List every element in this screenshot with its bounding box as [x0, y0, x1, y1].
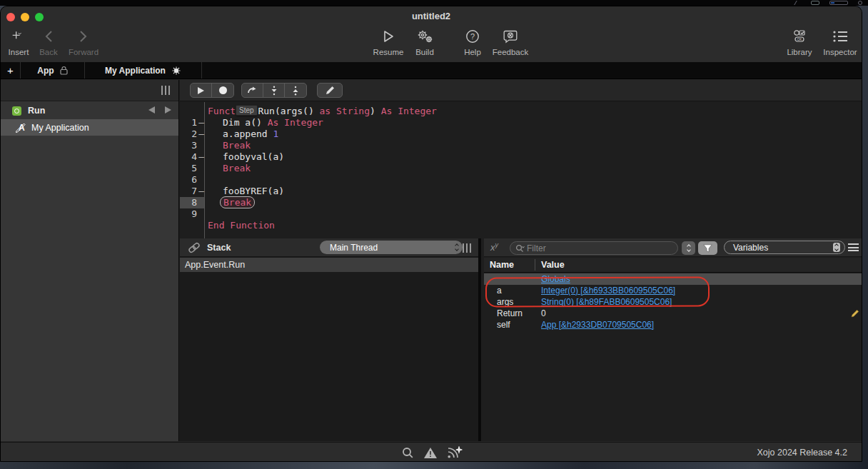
variable-row[interactable]: Return0	[484, 308, 862, 319]
line-number-gutter[interactable]: 4—	[180, 151, 204, 163]
variable-row[interactable]: argsString(0) [&h89FABB0609505C06]	[484, 296, 862, 308]
search-errors-icon[interactable]	[402, 447, 414, 459]
code-line[interactable]: 3Break	[180, 140, 862, 151]
variable-value-link[interactable]: String(0) [&h89FABB0609505C06]	[541, 296, 672, 308]
bug-icon	[171, 66, 181, 76]
feedback-bubble-icon	[489, 26, 532, 46]
expression-icon: xy	[490, 241, 498, 253]
code-token: foobyval(a)	[223, 151, 284, 162]
code-token: Dim a()	[223, 117, 268, 128]
thread-select[interactable]: Main Thread	[320, 241, 463, 254]
code-token: as String	[320, 106, 370, 116]
code-token: )	[370, 106, 381, 116]
variable-value-link[interactable]: App [&h2933DB0709505C06]	[541, 319, 654, 331]
edit-code-button[interactable]	[318, 84, 342, 97]
variable-row[interactable]: Globals	[484, 273, 862, 285]
tab-my-application[interactable]: My Application	[85, 62, 202, 79]
step-into-button[interactable]	[263, 84, 285, 97]
line-number-gutter[interactable]: 3	[180, 140, 204, 151]
debug-play-button[interactable]	[191, 84, 212, 97]
code-line[interactable]: 8Break	[180, 197, 862, 208]
code-editor[interactable]: Step Function Run(args() as String) As I…	[180, 102, 862, 238]
step-tooltip: Step	[236, 105, 258, 116]
menubar-status-icons	[795, 0, 862, 6]
back-chevron-icon	[35, 26, 62, 46]
variable-value-link[interactable]: Integer(0) [&h6933BB0609505C06]	[541, 285, 675, 296]
code-line[interactable]: 1—Dim a() As Integer	[180, 117, 862, 128]
status-bar: Xojo 2024 Release 4.2	[1, 442, 862, 462]
run-control-group	[190, 83, 234, 98]
filter-input[interactable]	[527, 243, 648, 253]
forward-button[interactable]: Forward	[65, 26, 102, 61]
lock-icon	[60, 66, 68, 75]
variables-menu-button[interactable]	[848, 243, 859, 251]
nav-previous-button[interactable]	[148, 106, 155, 114]
variable-name: Return	[497, 308, 523, 319]
inspector-list-icon	[819, 26, 861, 46]
code-line[interactable]: 4—foobyval(a)	[180, 151, 862, 163]
resume-button[interactable]: Resume	[371, 26, 405, 61]
run-status-icon	[12, 106, 21, 116]
variable-value: 0	[541, 308, 546, 319]
code-line[interactable]: End Function	[180, 220, 862, 231]
filter-field[interactable]	[510, 241, 678, 255]
panel-resize-handle[interactable]	[463, 243, 471, 253]
code-line[interactable]: 5Break	[180, 163, 862, 174]
line-number-gutter[interactable]: 1—	[180, 117, 204, 128]
tab-app[interactable]: App	[21, 62, 85, 79]
line-number-gutter[interactable]: 9	[180, 208, 204, 220]
filter-stepper[interactable]	[682, 241, 695, 255]
debug-stop-button[interactable]	[212, 84, 233, 97]
scope-select[interactable]: Variables	[724, 241, 845, 254]
navigator-run-header[interactable]: Run	[1, 102, 178, 119]
menubar-icon	[811, 1, 819, 5]
build-button[interactable]: Build	[409, 26, 440, 61]
feedback-feed-icon[interactable]	[447, 446, 463, 459]
help-button[interactable]: ? Help	[460, 26, 485, 61]
feedback-button[interactable]: Feedback	[489, 26, 532, 61]
warnings-icon[interactable]	[423, 447, 438, 459]
library-button[interactable]: OK Library	[782, 26, 817, 61]
line-number-gutter[interactable]: 2—	[180, 128, 204, 140]
nav-next-button[interactable]	[165, 106, 171, 114]
code-token: Break	[223, 163, 251, 173]
breakpoint-dash: —	[198, 151, 204, 163]
variable-name: args	[497, 296, 513, 308]
variable-value-link[interactable]: Globals	[541, 273, 570, 285]
variable-row[interactable]: selfApp [&h2933DB0709505C06]	[484, 319, 862, 331]
line-number-gutter[interactable]: 5	[180, 163, 204, 174]
navigator-sidebar: Run A My Application	[1, 80, 179, 441]
breakpoint-dash: —	[198, 186, 204, 197]
stack-header: Stack Main Thread	[180, 238, 478, 257]
code-token: 1	[273, 128, 278, 139]
menubar-icon	[794, 1, 802, 5]
code-line[interactable]: 6	[180, 174, 862, 186]
variable-row[interactable]: aInteger(0) [&h6933BB0609505C06]	[484, 285, 862, 296]
code-line[interactable]: 7—fooBYREF(a)	[180, 186, 862, 197]
line-number-gutter[interactable]: 6	[180, 174, 204, 186]
sidebar-item-my-application[interactable]: A My Application	[1, 119, 178, 136]
step-over-button[interactable]	[242, 84, 263, 97]
code-line[interactable]: Function Run(args() as String) As Intege…	[180, 106, 862, 117]
editor-pane: Step Function Run(args() as String) As I…	[180, 80, 862, 441]
step-out-button[interactable]	[285, 84, 306, 97]
panel-resize-handle[interactable]	[161, 86, 170, 95]
back-button[interactable]: Back	[35, 26, 62, 61]
code-line[interactable]: 9	[180, 208, 862, 220]
insert-button[interactable]: Insert	[4, 26, 34, 61]
breakpoint-dash: —	[198, 117, 204, 128]
debugger-toolbar	[180, 80, 862, 101]
line-number-gutter[interactable]	[180, 220, 204, 231]
filter-funnel-button[interactable]	[698, 241, 717, 255]
edit-control-group	[317, 83, 343, 98]
line-number-gutter[interactable]	[180, 106, 204, 117]
code-line[interactable]: 2—a.append 1	[180, 128, 862, 140]
inspector-button[interactable]: Inspector	[819, 26, 861, 61]
variable-name: a	[497, 285, 502, 296]
new-tab-button[interactable]: +	[1, 62, 21, 79]
line-number-gutter[interactable]: 7—	[180, 186, 204, 197]
link-icon	[188, 242, 201, 253]
code-token: fooBYREF(a)	[223, 186, 284, 196]
stack-frame[interactable]: App.Event.Run	[180, 258, 478, 272]
line-number-gutter[interactable]: 8	[180, 197, 204, 208]
